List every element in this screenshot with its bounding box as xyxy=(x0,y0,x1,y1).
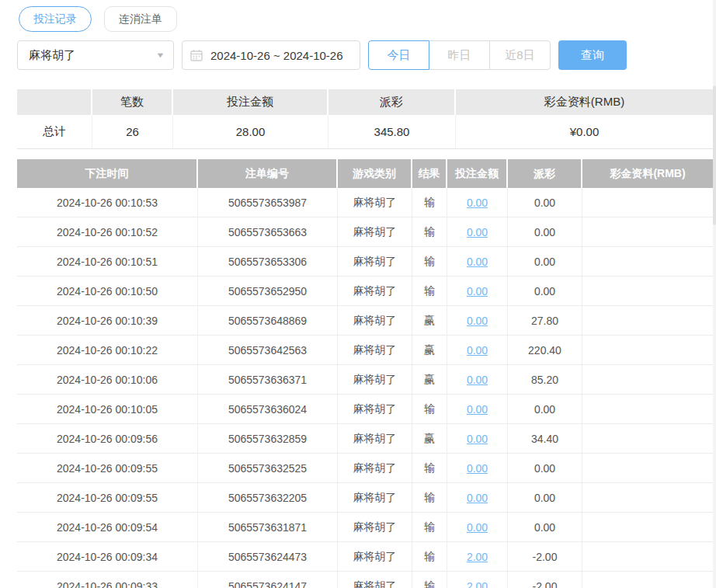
bets-table: 下注时间注单编号游戏类别结果投注金额派彩彩金资料(RMB) 2024-10-26… xyxy=(17,159,713,588)
top-tabs: 投注记录 连消注单 xyxy=(19,6,177,32)
table-row: 2024-10-26 00:10:535065573653987麻将胡了输0.0… xyxy=(17,188,713,217)
bet-amount-link[interactable]: 0.00 xyxy=(467,433,488,445)
cell-bonus xyxy=(582,542,713,572)
query-button[interactable]: 查询 xyxy=(558,40,627,70)
summary-value-4: ¥0.00 xyxy=(456,115,713,149)
bet-amount-link[interactable]: 0.00 xyxy=(467,197,488,209)
table-row: 2024-10-26 00:09:545065573631871麻将胡了输0.0… xyxy=(17,513,713,542)
bet-amount-link[interactable]: 0.00 xyxy=(467,403,488,416)
bet-amount-link[interactable]: 0.00 xyxy=(467,315,488,327)
cell-bet-amount: 0.00 xyxy=(447,188,508,217)
cell-order-number: 5065573653306 xyxy=(198,247,338,277)
bet-amount-link[interactable]: 0.00 xyxy=(467,521,488,534)
cell-bet-amount: 0.00 xyxy=(447,306,508,336)
cell-bet-amount: 0.00 xyxy=(447,395,508,424)
cell-result: 输 xyxy=(412,483,447,513)
cell-payout: 34.40 xyxy=(508,424,582,454)
cell-payout: 0.00 xyxy=(508,217,582,247)
tab-cancelled-orders[interactable]: 连消注单 xyxy=(104,6,177,32)
bets-header-cell-2: 游戏类别 xyxy=(338,159,412,188)
bet-amount-link[interactable]: 0.00 xyxy=(467,226,488,238)
cell-order-number: 5065573632525 xyxy=(198,454,338,483)
cell-result: 赢 xyxy=(412,365,447,395)
cell-game-type: 麻将胡了 xyxy=(338,424,412,454)
tab-betting-records[interactable]: 投注记录 xyxy=(19,6,92,32)
cell-game-type: 麻将胡了 xyxy=(338,247,412,277)
cell-bet-amount: 0.00 xyxy=(447,247,508,277)
cell-payout: 220.40 xyxy=(508,336,582,365)
bet-amount-link[interactable]: 2.00 xyxy=(467,580,488,588)
table-row: 2024-10-26 00:09:555065573632205麻将胡了输0.0… xyxy=(17,483,713,513)
table-row: 2024-10-26 00:10:225065573642563麻将胡了赢0.0… xyxy=(17,336,713,365)
summary-value-1: 26 xyxy=(92,115,173,149)
bet-amount-link[interactable]: 0.00 xyxy=(467,256,488,268)
cell-bet-time: 2024-10-26 00:10:39 xyxy=(17,306,198,336)
quick-date-button-2[interactable]: 近8日 xyxy=(489,40,551,70)
cell-payout: 0.00 xyxy=(508,395,582,424)
cell-bonus xyxy=(582,306,713,336)
cell-result: 输 xyxy=(412,188,447,217)
table-row: 2024-10-26 00:10:055065573636024麻将胡了输0.0… xyxy=(17,395,713,424)
filter-controls: 麻将胡了 ▼ 2024-10-26 ~ 2024-10-26 今日昨日近8日 xyxy=(17,40,627,70)
cell-bet-time: 2024-10-26 00:09:33 xyxy=(17,572,198,588)
bet-amount-link[interactable]: 0.00 xyxy=(467,492,488,504)
cell-game-type: 麻将胡了 xyxy=(338,483,412,513)
bet-amount-link[interactable]: 0.00 xyxy=(467,285,488,297)
date-range-input[interactable]: 2024-10-26 ~ 2024-10-26 xyxy=(182,40,360,70)
bet-amount-link[interactable]: 0.00 xyxy=(467,344,488,357)
cell-game-type: 麻将胡了 xyxy=(338,454,412,483)
cell-bet-time: 2024-10-26 00:10:50 xyxy=(17,277,198,306)
cell-bet-time: 2024-10-26 00:09:55 xyxy=(17,454,198,483)
cell-payout: 0.00 xyxy=(508,247,582,277)
table-row: 2024-10-26 00:10:395065573648869麻将胡了赢0.0… xyxy=(17,306,713,336)
cell-payout: 85.20 xyxy=(508,365,582,395)
scrollbar[interactable] xyxy=(713,0,716,588)
cell-result: 赢 xyxy=(412,306,447,336)
cell-result: 输 xyxy=(412,454,447,483)
cell-result: 输 xyxy=(412,277,447,306)
cell-bonus xyxy=(582,247,713,277)
cell-bet-time: 2024-10-26 00:09:55 xyxy=(17,483,198,513)
calendar-icon xyxy=(190,49,203,61)
chevron-down-icon: ▼ xyxy=(155,51,165,59)
bet-amount-link[interactable]: 2.00 xyxy=(467,551,488,563)
cell-game-type: 麻将胡了 xyxy=(338,365,412,395)
summary-value-3: 345.80 xyxy=(328,115,456,149)
cell-order-number: 5065573631871 xyxy=(198,513,338,542)
cell-bet-time: 2024-10-26 00:09:56 xyxy=(17,424,198,454)
game-type-select[interactable]: 麻将胡了 ▼ xyxy=(17,40,174,70)
cell-order-number: 5065573624147 xyxy=(198,572,338,588)
cell-bonus xyxy=(582,395,713,424)
scrollbar-thumb[interactable] xyxy=(713,85,716,225)
bet-amount-link[interactable]: 0.00 xyxy=(467,462,488,475)
summary-header-cell-4: 彩金资料(RMB) xyxy=(456,89,713,115)
quick-date-button-0[interactable]: 今日 xyxy=(368,40,429,70)
quick-date-button-1[interactable]: 昨日 xyxy=(429,40,490,70)
cell-bet-time: 2024-10-26 00:10:22 xyxy=(17,336,198,365)
cell-bet-time: 2024-10-26 00:10:05 xyxy=(17,395,198,424)
table-row: 2024-10-26 00:10:505065573652950麻将胡了输0.0… xyxy=(17,277,713,306)
cell-game-type: 麻将胡了 xyxy=(338,277,412,306)
bet-amount-link[interactable]: 0.00 xyxy=(467,374,488,386)
cell-order-number: 5065573652950 xyxy=(198,277,338,306)
summary-total-label: 总计 xyxy=(17,115,92,149)
cell-result: 输 xyxy=(412,395,447,424)
cell-order-number: 5065573642563 xyxy=(198,336,338,365)
cell-bet-time: 2024-10-26 00:10:53 xyxy=(17,188,198,217)
summary-table: 笔数投注金额派彩彩金资料(RMB) 总计2628.00345.80¥0.00 xyxy=(17,89,713,149)
cell-bonus xyxy=(582,513,713,542)
quick-date-buttons: 今日昨日近8日 xyxy=(368,40,551,70)
cell-payout: 0.00 xyxy=(508,277,582,306)
cell-bet-amount: 0.00 xyxy=(447,365,508,395)
cell-bonus xyxy=(582,424,713,454)
summary-header-cell-0 xyxy=(17,89,92,115)
table-row: 2024-10-26 00:09:335065573624147麻将胡了输2.0… xyxy=(17,572,713,588)
cell-order-number: 5065573648869 xyxy=(198,306,338,336)
cell-payout: -2.00 xyxy=(508,572,582,588)
bets-table-header-row: 下注时间注单编号游戏类别结果投注金额派彩彩金资料(RMB) xyxy=(17,159,713,188)
cell-result: 赢 xyxy=(412,424,447,454)
cell-bonus xyxy=(582,277,713,306)
cell-bet-amount: 0.00 xyxy=(447,277,508,306)
summary-header-cell-1: 笔数 xyxy=(92,89,173,115)
betting-records-page: 投注记录 连消注单 麻将胡了 ▼ 2024-10- xyxy=(0,0,716,588)
